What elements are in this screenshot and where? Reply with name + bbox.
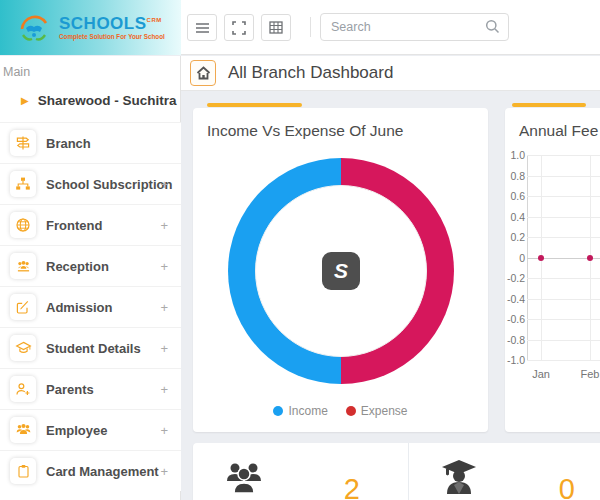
y-tick-label: 0.4 bbox=[505, 211, 525, 223]
sidebar-item-school-subscription[interactable]: School Subscription+ bbox=[0, 163, 181, 204]
legend-dot-icon bbox=[346, 406, 356, 416]
group-icon bbox=[223, 459, 265, 497]
signpost-icon bbox=[10, 130, 36, 156]
sidebar-menu: BranchSchool Subscription+Frontend+Recep… bbox=[0, 122, 181, 491]
expand-plus-icon[interactable]: + bbox=[160, 300, 168, 315]
y-tick-label: -0.6 bbox=[505, 313, 525, 325]
gridline bbox=[527, 360, 600, 361]
sidebar-section-label: Main bbox=[3, 65, 30, 79]
expand-plus-icon[interactable]: + bbox=[160, 382, 168, 397]
brand-tagline: Complete Solution For Your School bbox=[59, 34, 165, 40]
home-icon bbox=[196, 66, 211, 80]
hamburger-icon bbox=[195, 22, 210, 34]
card-title: Income Vs Expense Of June bbox=[193, 108, 488, 140]
sidebar-item-label: Reception bbox=[46, 259, 109, 274]
caret-right-icon: ▶ bbox=[21, 95, 29, 106]
legend-item-income[interactable]: Income bbox=[273, 404, 327, 418]
globe-icon bbox=[10, 212, 36, 238]
x-tick-label: Jan bbox=[532, 368, 550, 380]
header-divider bbox=[310, 17, 311, 37]
sidebar-item-label: Parents bbox=[46, 382, 94, 397]
expand-plus-icon[interactable]: + bbox=[160, 259, 168, 274]
stat-value: 0 bbox=[559, 473, 575, 500]
legend-item-expense[interactable]: Expense bbox=[346, 404, 408, 418]
page-title: All Branch Dashboard bbox=[228, 63, 393, 83]
sidebar-item-label: Branch bbox=[46, 136, 91, 151]
y-tick-label: -0.8 bbox=[505, 334, 525, 346]
data-point[interactable] bbox=[538, 255, 544, 261]
employees-icon bbox=[10, 417, 36, 443]
sidebar-item-branch[interactable]: Branch bbox=[0, 122, 181, 163]
sidebar-item-frontend[interactable]: Frontend+ bbox=[0, 204, 181, 245]
graduation-icon bbox=[10, 335, 36, 361]
y-tick-label: 0.2 bbox=[505, 231, 525, 243]
sidebar-item-reception[interactable]: Reception+ bbox=[0, 245, 181, 286]
content-area: Income Vs Expense Of June S IncomeExpens… bbox=[181, 91, 600, 500]
search-icon bbox=[485, 19, 500, 34]
legend-label: Income bbox=[288, 404, 327, 418]
income-expense-card: Income Vs Expense Of June S IncomeExpens… bbox=[193, 108, 488, 432]
income-expense-donut-chart[interactable]: S bbox=[228, 158, 454, 384]
expand-plus-icon[interactable]: + bbox=[160, 177, 168, 192]
sidebar-item-label: School Subscription bbox=[46, 177, 172, 192]
people-icon bbox=[10, 253, 36, 279]
sidebar-item-admission[interactable]: Admission+ bbox=[0, 286, 181, 327]
branch-selector-label: Sharewood - Suchitra bbox=[38, 93, 177, 108]
donut-hole: S bbox=[255, 185, 427, 357]
expand-plus-icon[interactable]: + bbox=[160, 218, 168, 233]
fullscreen-icon bbox=[232, 21, 246, 35]
y-tick-label: -0.2 bbox=[505, 272, 525, 284]
y-tick-label: -0.4 bbox=[505, 293, 525, 305]
sidebar-item-employee[interactable]: Employee+ bbox=[0, 409, 181, 450]
stat-branches[interactable]: 2 bbox=[193, 443, 408, 500]
home-button[interactable] bbox=[190, 60, 216, 86]
expand-plus-icon[interactable]: + bbox=[160, 464, 168, 479]
parent-icon bbox=[10, 376, 36, 402]
sidebar-item-label: Student Details bbox=[46, 341, 141, 356]
sidebar-item-parents[interactable]: Parents+ bbox=[0, 368, 181, 409]
sidebar-item-label: Card Management bbox=[46, 464, 159, 479]
sidebar-item-student-details[interactable]: Student Details+ bbox=[0, 327, 181, 368]
edit-icon bbox=[10, 294, 36, 320]
y-tick-label: 0.8 bbox=[505, 170, 525, 182]
y-tick-label: 0.6 bbox=[505, 190, 525, 202]
annual-fee-card: Annual Fee S 1.00.80.60.40.20-0.2-0.4-0.… bbox=[505, 108, 600, 432]
sidebar-branch-selector[interactable]: ▶ Sharewood - Suchitra bbox=[0, 85, 181, 115]
menu-toggle-button[interactable] bbox=[187, 14, 217, 41]
sidebar-item-label: Employee bbox=[46, 423, 107, 438]
y-tick-label: 0 bbox=[505, 252, 525, 264]
brand-sup: CRM bbox=[147, 17, 162, 23]
schools-logo-icon bbox=[16, 10, 52, 46]
card-accent-tab bbox=[207, 103, 302, 107]
top-bar: SCHOOLSCRM Complete Solution For Your Sc… bbox=[0, 0, 600, 55]
chart-legend: IncomeExpense bbox=[193, 404, 488, 418]
page-header: All Branch Dashboard bbox=[181, 56, 600, 91]
card-accent-tab bbox=[512, 103, 586, 107]
table-grid-icon bbox=[269, 21, 283, 34]
legend-label: Expense bbox=[361, 404, 408, 418]
expand-plus-icon[interactable]: + bbox=[160, 423, 168, 438]
sidebar: Main ▶ Sharewood - Suchitra BranchSchool… bbox=[0, 56, 181, 500]
data-point[interactable] bbox=[587, 255, 593, 261]
sitemap-icon bbox=[10, 171, 36, 197]
brand-logo[interactable]: SCHOOLSCRM Complete Solution For Your Sc… bbox=[0, 0, 181, 55]
fullscreen-button[interactable] bbox=[224, 14, 254, 41]
schools-center-logo-icon: S bbox=[322, 252, 360, 290]
brand-name: SCHOOLSCRM bbox=[59, 15, 165, 32]
stats-panel: 2 0 bbox=[193, 443, 600, 500]
clipboard-icon bbox=[10, 458, 36, 484]
sidebar-item-label: Admission bbox=[46, 300, 112, 315]
expand-plus-icon[interactable]: + bbox=[160, 341, 168, 356]
search-input[interactable] bbox=[320, 13, 509, 41]
annual-fee-line-chart[interactable]: 1.00.80.60.40.20-0.2-0.4-0.6-0.8-1.0JanF… bbox=[505, 108, 600, 432]
grid-view-button[interactable] bbox=[261, 14, 291, 41]
stat-students[interactable]: 0 bbox=[408, 443, 600, 500]
y-tick-label: 1.0 bbox=[505, 149, 525, 161]
graduate-icon bbox=[439, 458, 479, 498]
app-window: SCHOOLSCRM Complete Solution For Your Sc… bbox=[0, 0, 600, 500]
sidebar-item-card-management[interactable]: Card Management+ bbox=[0, 450, 181, 491]
stat-value: 2 bbox=[344, 473, 360, 500]
sidebar-item-label: Frontend bbox=[46, 218, 102, 233]
legend-dot-icon bbox=[273, 406, 283, 416]
x-tick-label: Feb bbox=[581, 368, 600, 380]
